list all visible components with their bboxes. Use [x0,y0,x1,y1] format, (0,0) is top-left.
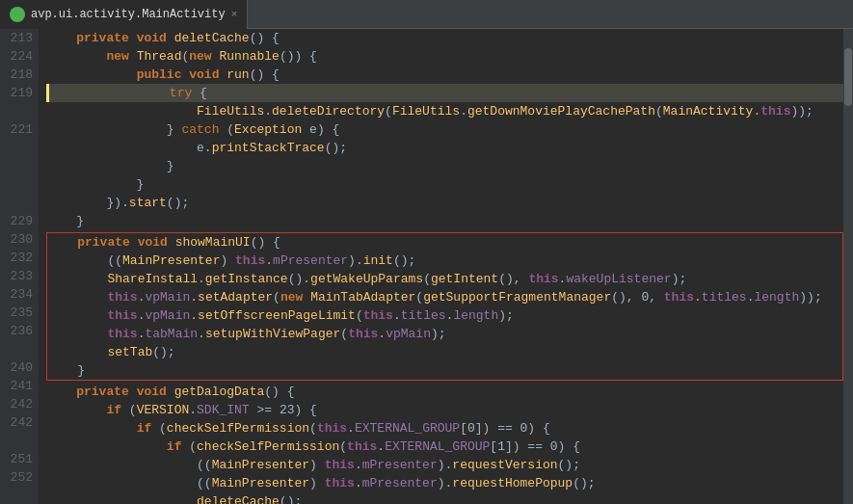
code-line-251: ((MainPresenter) this.mPresenter).reques… [46,474,843,492]
code-line-236: setTab(); [47,343,842,361]
code-line-221: } catch (Exception e) { [46,120,843,139]
scrollbar-thumb[interactable] [844,48,852,106]
code-line-224: new Thread(new Runnable()) { [46,47,843,66]
code-line-close5: } [46,212,843,230]
ln-233: 233 [6,267,33,285]
file-icon [10,7,25,22]
code-line-233: this.vpMain.setAdapter(new MainTabAdapte… [47,288,842,306]
ln-252: 252 [6,468,33,487]
ln-219: 219 [6,84,33,102]
ln-blank5 [6,194,33,212]
ln-242b: 242 [6,413,33,432]
code-line-252: deleteCache(); [46,492,843,504]
code-line-234: this.vpMain.setOffscreenPageLimit(this.t… [47,306,842,325]
code-line-242a: if (checkSelfPermission(this.EXTERNAL_GR… [46,419,843,438]
ln-213: 213 [6,29,33,47]
ln-234: 234 [6,285,33,304]
code-line-242b: if (checkSelfPermission(this.EXTERNAL_GR… [46,438,843,456]
ln-blank4 [6,175,33,194]
ln-236: 236 [6,322,33,340]
ln-251: 251 [6,450,33,468]
code-line-218: public void run() { [46,66,843,84]
code-line-235: this.tabMain.setupWithViewPager(this.vpM… [47,325,842,343]
line-numbers: 213 224 218 219 221 229 230 232 233 234 … [0,29,39,504]
ln-224: 224 [6,47,33,66]
active-tab[interactable]: avp.ui.activity.MainActivity × [0,0,248,29]
editor: 213 224 218 219 221 229 230 232 233 234 … [0,29,853,504]
ln-240: 240 [6,358,33,377]
ln-blank3 [6,157,33,175]
tab-close-button[interactable]: × [231,9,238,20]
tab-label: avp.ui.activity.MainActivity [31,8,226,21]
code-line-catch: FileUtils.deleteDirectory(FileUtils.getD… [46,102,843,120]
ln-229: 229 [6,212,33,230]
code-line-230: ((MainPresenter) this.mPresenter).init()… [47,252,842,270]
ln-235: 235 [6,304,33,322]
ln-230: 230 [6,230,33,249]
code-line-close1: e.printStackTrace(); [46,139,843,157]
ln-242a: 242 [6,395,33,413]
code-line-229: private void showMainUI() { [47,233,842,252]
code-area[interactable]: private void deletCache() { new Thread(n… [39,29,843,504]
code-line-219: try { [46,84,843,102]
ln-218: 218 [6,66,33,84]
show-main-ui-block: private void showMainUI() { ((MainPresen… [46,232,843,381]
ln-221: 221 [6,120,33,139]
code-line-blockend: } [47,361,842,380]
code-line-213: private void deletCache() { [46,29,843,47]
ln-blank1 [6,102,33,120]
scrollbar[interactable] [843,29,853,504]
code-line-close4: }).start(); [46,194,843,212]
ln-blank7 [6,432,33,450]
ln-232: 232 [6,249,33,267]
code-line-close2: } [46,157,843,175]
code-line-241: if (VERSION.SDK_INT >= 23) { [46,401,843,419]
ln-241: 241 [6,377,33,395]
tab-bar: avp.ui.activity.MainActivity × [0,0,853,29]
code-line-232: ShareInstall.getInstance().getWakeUpPara… [47,270,842,288]
ln-blank6 [6,340,33,358]
code-line-close3: } [46,175,843,194]
code-line-req-version: ((MainPresenter) this.mPresenter).reques… [46,456,843,474]
ln-blank2 [6,139,33,157]
code-line-240: private void getDalogData() { [46,383,843,401]
